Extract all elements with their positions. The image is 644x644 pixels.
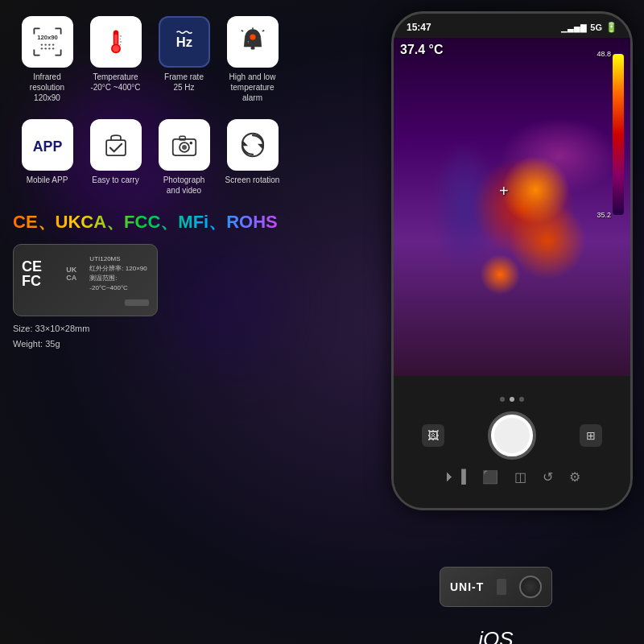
camera-controls: 🖼 ⊞ ⏵▐ ⬛ ◫ ↺ ⚙ <box>394 376 630 505</box>
feature-screen-rotation: Screen rotation <box>218 114 287 200</box>
main-container: 120x90 Infrared resolution 120x90 <box>0 0 644 644</box>
app-label: Mobile APP <box>27 175 68 185</box>
hz-icon: Hz <box>169 27 200 57</box>
gallery-btn[interactable]: 🖼 <box>422 424 444 447</box>
svg-rect-34 <box>106 140 126 155</box>
ios-title: iOS <box>405 627 587 644</box>
ce-text: CE FC <box>22 259 60 288</box>
status-icons: ▁▃▅▇ 5G 🔋 <box>561 22 617 33</box>
phone-area: 15:47 ▁▃▅▇ 5G 🔋 37.4 °C 48.8 35.2 <box>359 11 633 559</box>
temperature-label: Temperature -20°C ~400°C <box>90 72 140 93</box>
svg-point-20 <box>112 45 118 52</box>
svg-text:120x90: 120x90 <box>37 34 58 41</box>
svg-point-9 <box>40 43 42 45</box>
feature-temperature: Temperature -20°C ~400°C <box>81 11 150 108</box>
temp-scale-labels: 48.8 35.2 <box>597 50 611 219</box>
svg-text:↓: ↓ <box>256 39 258 44</box>
size-text: Size: 33×10×28mm <box>13 321 158 336</box>
infrared-icon-box: 120x90 <box>22 16 73 68</box>
specs-line1: 红外分辨率: 120×90 <box>89 264 149 274</box>
svg-point-13 <box>40 47 42 49</box>
ios-label: iOS (This product does not include mobil… <box>405 627 587 644</box>
svg-point-14 <box>44 47 46 49</box>
svg-point-30 <box>250 35 255 40</box>
icon-overlay[interactable]: ◫ <box>514 469 526 485</box>
unit-brand: UNI-T <box>450 580 484 593</box>
phone-frame: 15:47 ▁▃▅▇ 5G 🔋 37.4 °C 48.8 35.2 <box>391 11 633 510</box>
size-weight-info: Size: 33×10×28mm Weight: 35g <box>13 321 158 351</box>
phone-notch <box>464 14 560 36</box>
feature-easy-carry: Easy to carry <box>81 114 150 200</box>
svg-text:Hz: Hz <box>175 35 192 50</box>
specs-line2: 测温范围: -20°C~400°C <box>89 274 149 293</box>
features-row-1: 120x90 Infrared resolution 120x90 <box>13 11 287 108</box>
dot-1 <box>500 397 505 402</box>
temp-scale-bar <box>613 54 624 215</box>
svg-text:APP: APP <box>32 138 62 155</box>
device-certification-row: CE FC UKCA UTI120MS 红外分辨率: 120×90 测温范围: … <box>22 254 149 293</box>
mode-dots <box>500 397 524 402</box>
icon-switch[interactable]: ⬛ <box>482 469 498 485</box>
dot-2 <box>510 397 514 402</box>
crosshair: + <box>499 182 515 198</box>
network-type: 5G <box>590 23 602 32</box>
icon-flip[interactable]: ↺ <box>543 469 553 485</box>
temp-readout: 37.4 °C <box>400 43 444 57</box>
thermometer-icon <box>101 27 131 57</box>
feature-mobile-app: APP Mobile APP <box>13 114 81 200</box>
svg-line-29 <box>241 31 242 31</box>
svg-point-16 <box>52 47 53 49</box>
frame-rate-label: Frame rate 25 Hz <box>164 72 204 93</box>
icon-record[interactable]: ⏵▐ <box>444 469 465 484</box>
unit-dongle: UNI-T <box>440 567 552 607</box>
lightning-connector <box>497 579 506 595</box>
device-connector <box>125 299 149 306</box>
hz-icon-box: Hz <box>159 16 210 68</box>
svg-point-15 <box>48 47 50 49</box>
svg-rect-38 <box>180 136 185 140</box>
svg-point-11 <box>48 43 50 45</box>
svg-point-39 <box>189 142 192 145</box>
svg-text:↑: ↑ <box>246 39 249 44</box>
icon-settings[interactable]: ⚙ <box>569 469 580 485</box>
photo-label: Photograph and video <box>163 175 205 196</box>
feature-temp-alarm: ↑ ↓ High and low temperature alarm <box>218 11 287 108</box>
rotation-icon <box>237 130 268 160</box>
svg-point-12 <box>52 43 53 45</box>
camera-main-row: 🖼 ⊞ <box>400 411 624 460</box>
certifications-text: CE、UKCA、FCC、MFi、ROHS <box>13 210 287 234</box>
uk-text: UKCA <box>66 266 76 282</box>
app-icon-box: APP <box>22 119 73 171</box>
svg-rect-26 <box>250 47 254 50</box>
temperature-icon-box <box>90 16 142 68</box>
features-row-2: APP Mobile APP Easy to carry <box>13 114 287 200</box>
model-text: UTI120MS <box>89 254 149 264</box>
infrared-label: Infrared resolution 120x90 <box>16 72 78 103</box>
dot-3 <box>519 397 524 402</box>
aspect-btn[interactable]: ⊞ <box>580 424 602 447</box>
svg-line-28 <box>262 31 263 31</box>
thermal-display: 37.4 °C 48.8 35.2 + <box>394 38 630 376</box>
carry-icon <box>101 130 131 160</box>
thermal-image <box>394 38 630 376</box>
svg-point-10 <box>44 43 46 45</box>
extra-controls-row: ⏵▐ ⬛ ◫ ↺ ⚙ <box>444 469 580 485</box>
feature-photo-video: Photograph and video <box>150 114 218 200</box>
feature-infrared-resolution: 120x90 Infrared resolution 120x90 <box>13 11 81 108</box>
signal-bars: ▁▃▅▇ <box>561 23 587 32</box>
infrared-icon: 120x90 <box>32 27 63 57</box>
feature-frame-rate: Hz Frame rate 25 Hz <box>150 11 218 108</box>
camera-icon-box <box>159 119 210 171</box>
alarm-icon: ↑ ↓ <box>237 27 268 57</box>
time-display: 15:47 <box>407 22 431 33</box>
rotation-label: Screen rotation <box>225 175 280 185</box>
battery-icon: 🔋 <box>605 22 617 33</box>
carry-label: Easy to carry <box>92 175 138 185</box>
svg-marker-41 <box>257 144 262 150</box>
weight-text: Weight: 35g <box>13 336 158 352</box>
device-image: CE FC UKCA UTI120MS 红外分辨率: 120×90 测温范围: … <box>13 244 158 316</box>
shutter-btn[interactable] <box>488 411 536 460</box>
app-icon: APP <box>32 130 63 160</box>
camera-icon <box>169 130 200 160</box>
svg-point-37 <box>182 145 187 150</box>
